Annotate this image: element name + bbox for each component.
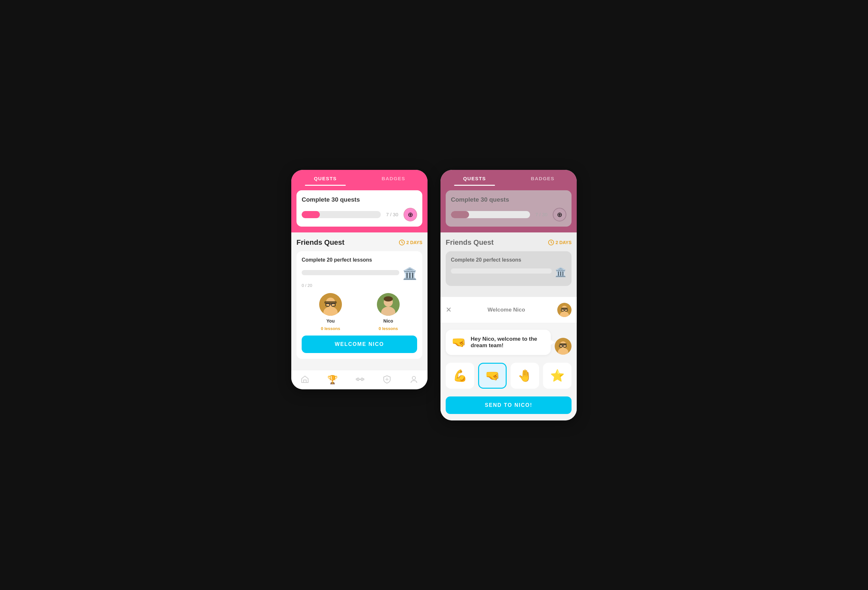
progress-bar-wrap-2 [451,211,530,218]
tab-badges-1[interactable]: BADGES [359,170,428,186]
svg-point-23 [412,377,415,380]
screen-2: QUESTS BADGES Complete 30 quests 7 / 30 … [440,170,577,421]
modal-close-button[interactable]: ✕ [446,306,452,314]
quest-card-inner-2: Complete 30 quests 7 / 30 ⊕ [446,190,571,227]
svg-point-14 [384,296,393,302]
section-title-1: Friends Quest [297,238,344,247]
days-badge-1: 2 DAYS [399,240,422,246]
progress-bar-wrap-1 [302,211,381,218]
tab-header-2: QUESTS BADGES [440,170,577,186]
bg-friends-bar-2 [451,268,552,274]
emoji-option-fist[interactable]: 🤜 [478,363,507,389]
emoji-option-star[interactable]: ⭐ [543,363,571,389]
friends-progress-row-1: 🏛️ [302,267,417,280]
send-button[interactable]: SEND TO NICO! [446,396,571,414]
modal-header: ✕ Welcome Nico [440,297,577,323]
message-bubble: 🤜 Hey Nico, welcome to the dream team! [446,330,551,355]
progress-row-1: 7 / 30 ⊕ [302,208,417,221]
svg-line-26 [551,243,552,243]
quest-title-2: Complete 30 quests [451,196,566,203]
tab-badges-2[interactable]: BADGES [509,170,577,186]
nav-shield-1[interactable] [382,375,391,386]
right-bg-content: QUESTS BADGES Complete 30 quests 7 / 30 … [440,170,577,297]
avatar-svg-you [319,293,342,316]
progress-bar-fill-2 [451,211,469,218]
quest-progress-section-2: Complete 30 quests 7 / 30 ⊕ [440,186,577,232]
modal-user-avatar [557,303,571,317]
screens-container: QUESTS BADGES Complete 30 quests 7 / 30 … [291,170,577,421]
svg-rect-18 [357,378,359,381]
avatar-lessons-you: 0 lessons [321,326,340,331]
modal-avatar-svg [557,303,571,317]
quest-title-1: Complete 30 quests [302,196,417,203]
bubble-avatar-svg [555,338,571,355]
avatars-row-1: You 0 lessons [302,293,417,331]
bg-friends-card-title-2: Complete 20 perfect lessons [451,257,566,263]
quest-progress-section-1: Complete 30 quests 7 / 30 ⊕ [291,186,428,232]
bubble-text: Hey Nico, welcome to the dream team! [471,336,545,349]
progress-icon-2: ⊕ [553,208,566,221]
emoji-option-flex[interactable]: 💪 [446,363,474,389]
bg-friends-card-2: Complete 20 perfect lessons 🏛️ [446,251,571,286]
bg-section-header-2: Friends Quest 2 DAYS [446,238,571,247]
progress-icon-1: ⊕ [403,208,417,221]
emoji-grid: 💪 🤜 🤚 ⭐ [446,363,571,389]
avatar-name-nico: Nico [384,318,393,324]
avatar-nico: Nico 0 lessons [359,293,417,331]
svg-rect-19 [361,378,363,381]
section-header-1: Friends Quest 2 DAYS [297,238,422,247]
nav-trophy-1[interactable]: 🏆 [327,375,338,386]
bg-clock-icon-2 [548,240,554,246]
bg-chest-icon-2: 🏛️ [555,267,566,278]
message-row: 🤜 Hey Nico, welcome to the dream team! [446,330,571,363]
screen-1: QUESTS BADGES Complete 30 quests 7 / 30 … [291,170,428,389]
progress-row-2: 7 / 30 ⊕ [451,208,566,221]
nav-profile-1[interactable] [409,375,418,386]
quest-card-inner-1: Complete 30 quests 7 / 30 ⊕ [297,190,422,227]
clock-icon-1 [399,240,405,246]
avatar-circle-nico [377,293,400,316]
avatar-you: You 0 lessons [302,293,359,331]
avatar-lessons-nico: 0 lessons [378,326,398,331]
avatar-svg-nico [377,293,400,316]
friends-card-1: Complete 20 perfect lessons 🏛️ 0 / 20 [297,251,422,359]
modal-title: Welcome Nico [455,307,557,313]
tab-quests-1[interactable]: QUESTS [291,170,359,186]
svg-line-2 [402,243,403,243]
welcome-modal: ✕ Welcome Nico [440,297,577,421]
friends-count-1: 0 / 20 [302,283,417,288]
bubble-user-avatar [555,338,571,355]
welcome-button[interactable]: WELCOME NICO [302,335,417,353]
friends-card-title-1: Complete 20 perfect lessons [302,257,417,263]
progress-text-2: 7 / 30 [533,212,549,217]
emoji-option-wave[interactable]: 🤚 [511,363,539,389]
message-area: 🤜 Hey Nico, welcome to the dream team! [440,323,577,421]
svg-rect-15 [304,380,306,383]
avatar-circle-you [319,293,342,316]
bg-friends-progress-row-2: 🏛️ [451,267,566,278]
nav-home-1[interactable] [300,375,310,386]
bg-section-title-2: Friends Quest [446,238,494,247]
bubble-emoji: 🤜 [452,335,466,349]
chest-icon-1: 🏛️ [403,267,417,280]
avatar-name-you: You [326,318,334,324]
nav-workout-1[interactable] [356,375,365,386]
friends-progress-bar-wrap-1 [302,270,399,275]
tab-header-1: QUESTS BADGES [291,170,428,186]
tab-quests-2[interactable]: QUESTS [440,170,509,186]
progress-bar-fill-1 [302,211,320,218]
progress-text-1: 7 / 30 [384,212,400,217]
bottom-nav-1: 🏆 [291,370,428,389]
main-content-1: Friends Quest 2 DAYS Complete 20 perfect… [291,232,428,370]
bg-friends-section-2: Friends Quest 2 DAYS Complete 20 perfect… [440,232,577,297]
bubble-arrow [551,340,555,345]
bg-days-badge-2: 2 DAYS [548,240,571,246]
